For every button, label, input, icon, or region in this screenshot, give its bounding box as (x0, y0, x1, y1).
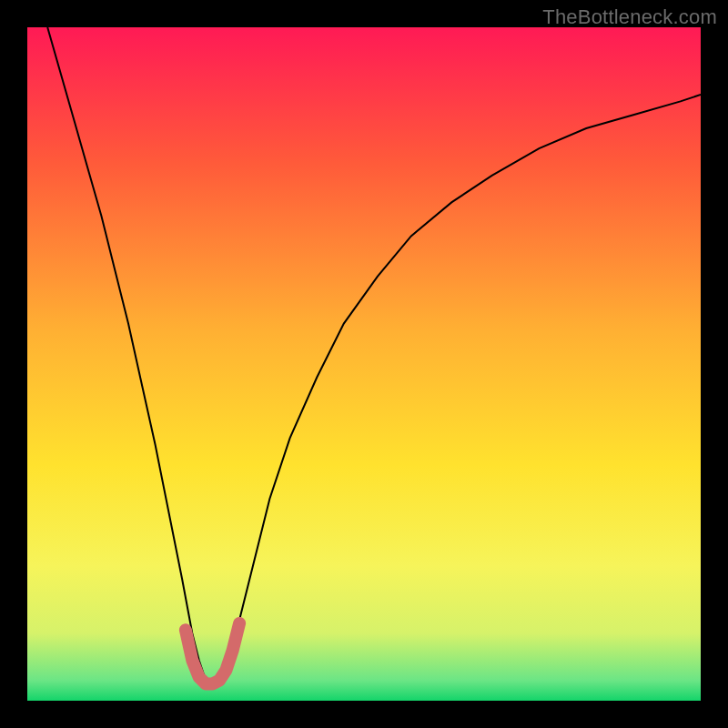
chart-svg (27, 27, 701, 701)
plot-area (27, 27, 701, 701)
watermark-text: TheBottleneck.com (542, 5, 717, 29)
chart-frame: TheBottleneck.com (0, 0, 728, 728)
gradient-background (27, 27, 701, 701)
